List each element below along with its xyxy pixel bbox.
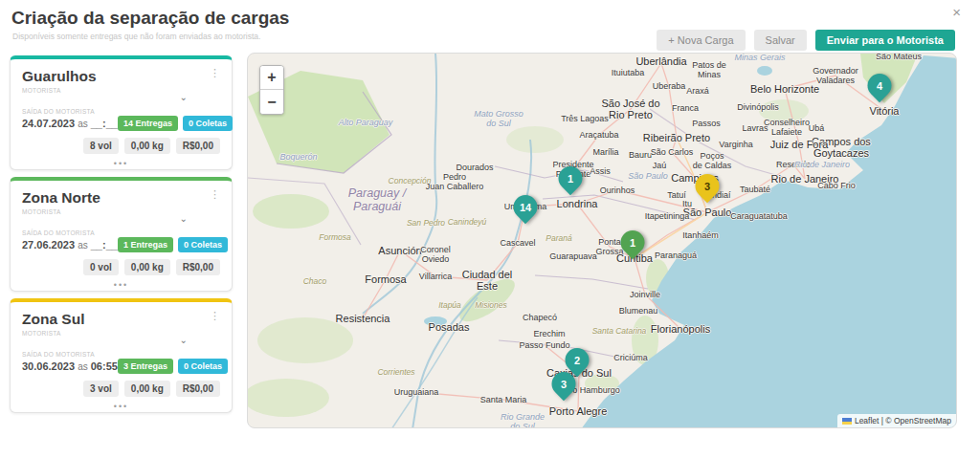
zoom-in-button[interactable]: + bbox=[260, 66, 283, 90]
departure-date: 27.06.2023 bbox=[22, 239, 75, 251]
more-icon[interactable]: ••• bbox=[22, 280, 220, 290]
map-marker[interactable]: 14 bbox=[508, 190, 542, 224]
chevron-down-icon[interactable]: ⌄ bbox=[22, 94, 220, 103]
attribution-text: Leaflet | © OpenStreetMap bbox=[855, 416, 951, 425]
map-marker[interactable]: 1 bbox=[553, 162, 587, 195]
more-icon[interactable]: ••• bbox=[22, 159, 220, 168]
pickups-badge: 0 Coletas bbox=[183, 116, 233, 131]
time-connector: as bbox=[78, 361, 88, 372]
save-button[interactable]: Salvar bbox=[754, 30, 807, 51]
deliveries-badge: 14 Entregas bbox=[118, 116, 178, 131]
map-marker[interactable]: 4 bbox=[862, 69, 896, 102]
more-icon[interactable]: ••• bbox=[22, 402, 220, 411]
cargo-card-guarulhos[interactable]: Guarulhos MOTORISTA ⋮ ⌄ SAÍDA DO MOTORIS… bbox=[10, 55, 233, 170]
map-base-art bbox=[248, 54, 957, 428]
page-subtitle: Disponíveis somente entregas que não for… bbox=[12, 32, 260, 41]
departure-label: SAÍDA DO MOTORISTA bbox=[22, 229, 220, 236]
deliveries-badge: 1 Entregas bbox=[118, 237, 173, 252]
departure-label: SAÍDA DO MOTORISTA bbox=[22, 108, 220, 115]
close-icon[interactable]: × bbox=[952, 4, 961, 20]
time-connector: as bbox=[78, 119, 88, 129]
value-chip: R$0,00 bbox=[176, 138, 220, 154]
cargo-cards-list: Guarulhos MOTORISTA ⋮ ⌄ SAÍDA DO MOTORIS… bbox=[10, 55, 233, 413]
cargo-separation-screen: Criação da separação de cargas Disponíve… bbox=[0, 0, 980, 458]
deliveries-badge: 3 Entregas bbox=[118, 359, 173, 374]
card-title: Guarulhos bbox=[22, 68, 97, 85]
kebab-menu-icon[interactable]: ⋮ bbox=[210, 68, 220, 94]
value-chip: R$0,00 bbox=[176, 259, 220, 275]
zoom-out-button[interactable]: − bbox=[260, 90, 283, 114]
map-zoom-control: + − bbox=[259, 65, 284, 115]
driver-role-label: MOTORISTA bbox=[22, 208, 100, 215]
volume-chip: 3 vol bbox=[83, 381, 119, 397]
weight-chip: 0,00 kg bbox=[124, 138, 170, 154]
map-attribution[interactable]: Leaflet | © OpenStreetMap bbox=[837, 414, 956, 427]
cargo-card-zona-sul[interactable]: Zona Sul MOTORISTA ⋮ ⌄ SAÍDA DO MOTORIST… bbox=[10, 298, 233, 413]
weight-chip: 0,00 kg bbox=[124, 381, 170, 397]
chevron-down-icon[interactable]: ⌄ bbox=[22, 337, 220, 346]
map-marker[interactable]: 1 bbox=[615, 226, 649, 259]
map-marker[interactable]: 3 bbox=[546, 367, 580, 401]
departure-date: 30.06.2023 bbox=[22, 360, 75, 372]
pickups-badge: 0 Coletas bbox=[178, 359, 228, 374]
card-title: Zona Norte bbox=[22, 189, 100, 207]
map-marker[interactable]: 3 bbox=[690, 169, 724, 203]
cargo-card-zona-norte[interactable]: Zona Norte MOTORISTA ⋮ ⌄ SAÍDA DO MOTORI… bbox=[10, 177, 233, 292]
toolbar: + Nova Carga Salvar Enviar para o Motori… bbox=[657, 30, 955, 51]
departure-time: __:__ bbox=[91, 239, 118, 251]
card-title: Zona Sul bbox=[22, 311, 84, 328]
volume-chip: 0 vol bbox=[83, 259, 119, 275]
leaflet-flag-icon bbox=[842, 418, 852, 425]
time-connector: as bbox=[78, 240, 88, 251]
leaflet-map[interactable]: UberlândiaPatos de MinasMinas GeraisItui… bbox=[247, 53, 957, 428]
departure-time: 06:55 bbox=[91, 360, 118, 372]
kebab-menu-icon[interactable]: ⋮ bbox=[210, 189, 220, 215]
driver-role-label: MOTORISTA bbox=[22, 87, 97, 94]
departure-date: 24.07.2023 bbox=[22, 118, 75, 129]
send-to-driver-button[interactable]: Enviar para o Motorista bbox=[815, 30, 955, 51]
departure-label: SAÍDA DO MOTORISTA bbox=[22, 351, 220, 358]
kebab-menu-icon[interactable]: ⋮ bbox=[210, 311, 220, 337]
volume-chip: 8 vol bbox=[83, 138, 119, 154]
weight-chip: 0,00 kg bbox=[124, 259, 170, 275]
chevron-down-icon[interactable]: ⌄ bbox=[22, 215, 220, 225]
driver-role-label: MOTORISTA bbox=[22, 330, 84, 337]
value-chip: R$0,00 bbox=[176, 381, 220, 397]
new-cargo-button[interactable]: + Nova Carga bbox=[657, 30, 745, 51]
departure-time: __:__ bbox=[91, 118, 118, 129]
page-title: Criação da separação de cargas bbox=[11, 8, 289, 29]
pickups-badge: 0 Coletas bbox=[178, 237, 228, 252]
